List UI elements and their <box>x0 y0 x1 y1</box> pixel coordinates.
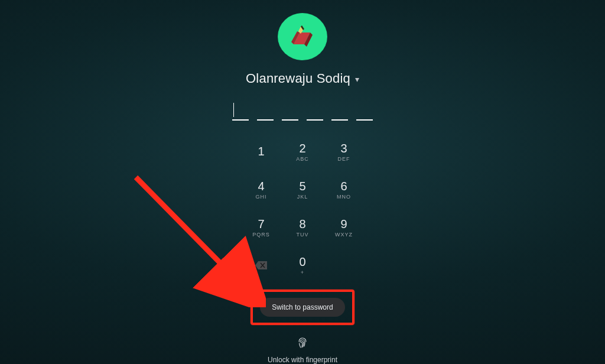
user-switcher[interactable]: Olanrewaju Sodiq ▾ <box>246 71 359 86</box>
digit-label: 8 <box>299 218 305 230</box>
letters-label: PQRS <box>252 232 270 238</box>
keypad-key-6[interactable]: 6 MNO <box>326 174 362 206</box>
letters-label: GHI <box>255 194 266 200</box>
keypad-key-7[interactable]: 7 PQRS <box>243 212 279 243</box>
letters-label: + <box>301 269 304 275</box>
avatar-image-icon <box>287 21 318 53</box>
keypad-key-4[interactable]: 4 GHI <box>243 174 279 206</box>
digit-label: 4 <box>258 180 264 192</box>
keypad-key-2[interactable]: 2 ABC <box>284 136 321 168</box>
digit-label: 2 <box>299 142 305 154</box>
backspace-icon <box>255 261 268 270</box>
pin-input[interactable] <box>232 103 373 121</box>
keypad-key-1[interactable]: 1 <box>243 136 279 168</box>
switch-to-password-button[interactable]: Switch to password <box>260 298 344 317</box>
lock-screen: Olanrewaju Sodiq ▾ 1 2 ABC 3 DEF 4 GHI 5… <box>0 0 605 364</box>
digit-label: 0 <box>299 256 305 268</box>
keypad: 1 2 ABC 3 DEF 4 GHI 5 JKL 6 MNO 7 PQRS 8 <box>243 136 362 281</box>
pin-slot <box>307 103 323 121</box>
fingerprint-label: Unlock with fingerprint <box>268 356 337 364</box>
keypad-empty <box>326 249 362 281</box>
fingerprint-icon <box>295 336 310 350</box>
digit-label: 6 <box>340 180 347 192</box>
digit-label: 5 <box>299 180 305 192</box>
letters-label: TUV <box>297 232 309 238</box>
avatar[interactable] <box>278 13 327 60</box>
letters-label: ABC <box>296 156 309 162</box>
keypad-key-3[interactable]: 3 DEF <box>326 136 362 168</box>
pin-slot <box>331 103 348 121</box>
username-label: Olanrewaju Sodiq <box>246 71 350 86</box>
keypad-key-5[interactable]: 5 JKL <box>284 174 321 206</box>
fingerprint-section: Unlock with fingerprint <box>268 336 337 364</box>
chevron-down-icon: ▾ <box>355 73 359 84</box>
annotation-highlight-box: Switch to password <box>251 290 354 325</box>
keypad-key-0[interactable]: 0 + <box>284 249 321 281</box>
pin-slot <box>257 103 274 121</box>
keypad-key-9[interactable]: 9 WXYZ <box>326 212 362 243</box>
digit-label: 3 <box>340 142 347 154</box>
letters-label: MNO <box>337 194 351 200</box>
pin-slot <box>232 103 249 121</box>
letters-label: DEF <box>338 156 350 162</box>
digit-label: 7 <box>258 218 264 230</box>
digit-label: 1 <box>258 145 264 157</box>
digit-label: 9 <box>340 218 347 230</box>
pin-slot <box>282 103 298 121</box>
letters-label: WXYZ <box>335 232 353 238</box>
keypad-key-8[interactable]: 8 TUV <box>284 212 321 243</box>
keypad-backspace[interactable] <box>243 249 279 281</box>
letters-label: JKL <box>297 194 308 200</box>
pin-slot <box>356 103 373 121</box>
svg-line-4 <box>136 177 245 288</box>
